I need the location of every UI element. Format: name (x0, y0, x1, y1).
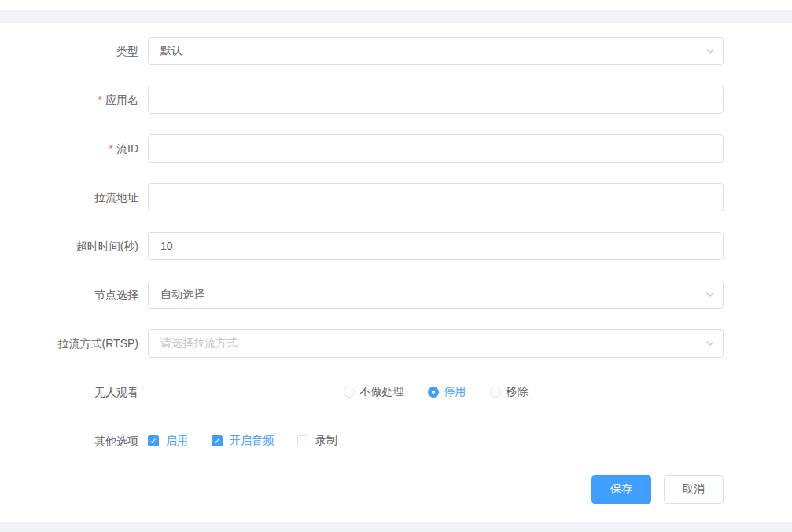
radio-disable[interactable]: 停用 (428, 385, 466, 399)
checkbox-checked-icon: ✓ (212, 435, 223, 446)
form-row-pull-url: 拉流地址 (0, 183, 792, 211)
other-options-checkbox-group: ✓ 启用 ✓ 开启音频 ✓ 录制 (148, 427, 724, 455)
page-background-gap (0, 10, 792, 23)
rtsp-mode-placeholder: 请选择拉流方式 (160, 336, 238, 350)
chevron-down-icon (705, 338, 716, 349)
checkbox-checked-icon: ✓ (148, 435, 159, 446)
rtsp-mode-label: 拉流方式(RTSP) (0, 329, 138, 358)
chevron-down-icon (705, 289, 716, 300)
no-viewer-label: 无人观看 (0, 378, 138, 406)
cancel-button[interactable]: 取消 (664, 475, 724, 504)
save-button[interactable]: 保存 (591, 475, 651, 504)
required-asterisk: * (98, 94, 102, 106)
pull-url-input[interactable] (148, 183, 724, 211)
radio-icon (490, 387, 501, 398)
type-select-value: 默认 (160, 44, 182, 58)
rtsp-mode-select[interactable]: 请选择拉流方式 (148, 329, 724, 358)
form-row-actions: 保存 取消 (0, 475, 792, 504)
form-row-app-name: *应用名 (0, 86, 792, 114)
page-background-gap-bottom (0, 522, 792, 532)
stream-id-input[interactable] (148, 134, 724, 163)
form-row-timeout: 超时时间(秒) (0, 232, 792, 260)
form-row-rtsp-mode: 拉流方式(RTSP) 请选择拉流方式 (0, 329, 792, 358)
app-name-input[interactable] (148, 86, 724, 114)
header-strip (0, 0, 792, 10)
stream-id-label: *流ID (0, 134, 138, 163)
radio-remove[interactable]: 移除 (490, 385, 529, 399)
pull-url-label: 拉流地址 (0, 183, 138, 211)
checkbox-icon: ✓ (297, 435, 308, 446)
app-name-label: *应用名 (0, 86, 138, 114)
checkbox-audio[interactable]: ✓ 开启音频 (212, 434, 274, 448)
radio-checked-icon (428, 387, 439, 398)
node-select[interactable]: 自动选择 (148, 281, 724, 309)
form-row-node: 节点选择 自动选择 (0, 281, 792, 309)
no-viewer-radio-group: 不做处理 停用 移除 (148, 378, 724, 406)
node-label: 节点选择 (0, 281, 138, 309)
required-asterisk: * (109, 142, 113, 155)
form-row-type: 类型 默认 (0, 37, 792, 65)
form-row-no-viewer: 无人观看 不做处理 停用 移除 (0, 378, 792, 406)
other-options-label: 其他选项 (0, 427, 138, 455)
form-row-other-options: 其他选项 ✓ 启用 ✓ 开启音频 ✓ 录制 (0, 427, 792, 455)
checkbox-record[interactable]: ✓ 录制 (297, 434, 337, 448)
type-select[interactable]: 默认 (148, 37, 724, 65)
stream-form-card: 类型 默认 *应用名 *流ID 拉流地址 超时时间(秒) (0, 23, 792, 522)
type-label: 类型 (0, 37, 138, 65)
timeout-label: 超时时间(秒) (0, 232, 138, 260)
checkbox-enable[interactable]: ✓ 启用 (148, 434, 188, 448)
node-select-value: 自动选择 (160, 288, 204, 302)
radio-no-action[interactable]: 不做处理 (344, 385, 404, 399)
radio-icon (344, 387, 355, 398)
form-row-stream-id: *流ID (0, 134, 792, 163)
chevron-down-icon (705, 46, 716, 57)
timeout-input[interactable] (148, 232, 724, 260)
